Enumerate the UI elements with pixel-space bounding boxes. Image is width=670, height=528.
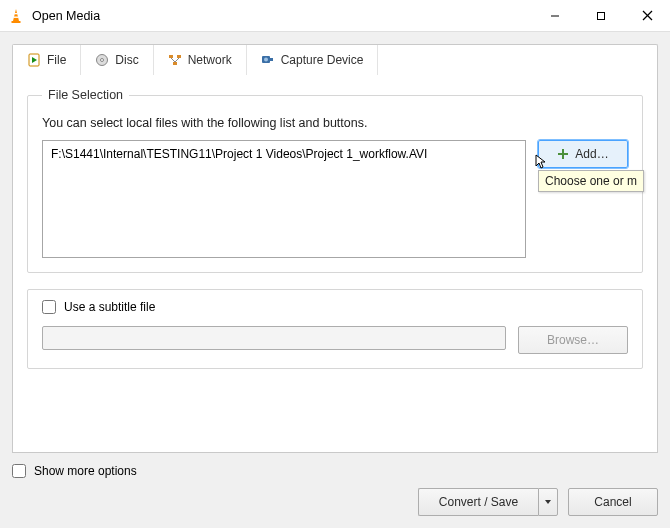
subtitle-path-field <box>42 326 506 350</box>
file-selection-group: File Selection You can select local file… <box>27 88 643 273</box>
svg-rect-13 <box>177 55 181 58</box>
convert-save-button[interactable]: Convert / Save <box>418 488 538 516</box>
svg-marker-23 <box>545 500 551 504</box>
title-bar: Open Media <box>0 0 670 32</box>
window-title: Open Media <box>32 9 532 23</box>
svg-rect-2 <box>14 16 19 17</box>
convert-save-dropdown-button[interactable] <box>538 488 558 516</box>
svg-rect-3 <box>12 21 21 23</box>
file-selection-help: You can select local files with the foll… <box>42 116 628 130</box>
tab-network-label: Network <box>188 53 232 67</box>
convert-save-split-button[interactable]: Convert / Save <box>418 488 558 516</box>
subtitle-checkbox-label: Use a subtitle file <box>64 300 155 314</box>
tab-capture[interactable]: Capture Device <box>247 45 379 75</box>
file-selection-legend: File Selection <box>42 88 129 102</box>
plus-icon <box>557 148 569 160</box>
tab-page-file: File Selection You can select local file… <box>12 73 658 453</box>
tab-file[interactable]: File <box>13 45 81 75</box>
svg-point-11 <box>101 59 104 62</box>
maximize-button[interactable] <box>578 0 624 32</box>
close-button[interactable] <box>624 0 670 32</box>
cancel-button[interactable]: Cancel <box>568 488 658 516</box>
show-more-checkbox[interactable] <box>12 464 26 478</box>
chevron-down-icon <box>544 495 552 509</box>
minimize-button[interactable] <box>532 0 578 32</box>
tab-disc-label: Disc <box>115 53 138 67</box>
network-icon <box>168 53 182 67</box>
convert-save-label: Convert / Save <box>439 495 518 509</box>
file-list-item[interactable]: F:\S1441\Internal\TESTING11\Project 1 Vi… <box>51 147 517 161</box>
svg-line-15 <box>171 58 175 62</box>
cancel-label: Cancel <box>594 495 631 509</box>
svg-line-16 <box>175 58 179 62</box>
add-button-tooltip: Choose one or m <box>538 170 644 192</box>
add-button-label: Add… <box>575 147 608 161</box>
tab-network[interactable]: Network <box>154 45 247 75</box>
tab-disc[interactable]: Disc <box>81 45 153 75</box>
svg-rect-1 <box>14 13 17 14</box>
vlc-cone-icon <box>8 8 24 24</box>
svg-rect-5 <box>598 12 605 19</box>
capture-device-icon <box>261 53 275 67</box>
svg-point-18 <box>264 58 268 62</box>
show-more-label: Show more options <box>34 464 137 478</box>
add-button[interactable]: Add… <box>538 140 628 168</box>
svg-rect-14 <box>173 62 177 65</box>
bottom-bar: Show more options Convert / Save Cancel <box>12 464 658 516</box>
subtitle-browse-button: Browse… <box>518 326 628 354</box>
file-list[interactable]: F:\S1441\Internal\TESTING11\Project 1 Vi… <box>42 140 526 258</box>
subtitle-group: Use a subtitle file Browse… <box>27 289 643 369</box>
svg-marker-0 <box>13 9 19 21</box>
svg-rect-12 <box>169 55 173 58</box>
tab-bar: File Disc Network Capture Device <box>12 44 658 74</box>
subtitle-browse-label: Browse… <box>547 333 599 347</box>
disc-icon <box>95 53 109 67</box>
svg-rect-19 <box>270 58 273 61</box>
tab-file-label: File <box>47 53 66 67</box>
file-play-icon <box>27 53 41 67</box>
window-buttons <box>532 0 670 32</box>
subtitle-checkbox[interactable] <box>42 300 56 314</box>
tab-capture-label: Capture Device <box>281 53 364 67</box>
